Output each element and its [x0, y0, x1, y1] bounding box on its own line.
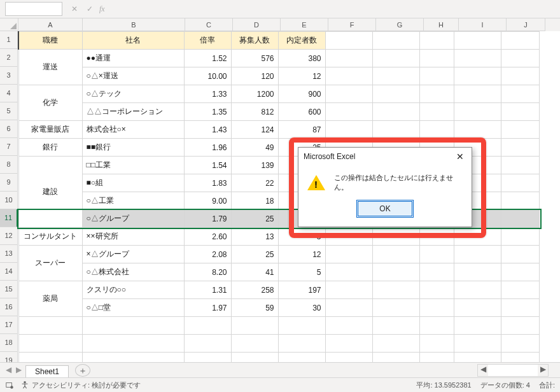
- cell[interactable]: 1.54: [184, 157, 231, 174]
- cell[interactable]: ●●通運: [82, 50, 184, 67]
- cell[interactable]: [501, 32, 539, 50]
- cell[interactable]: 1.96: [184, 139, 231, 157]
- cell[interactable]: [454, 335, 501, 353]
- cell[interactable]: 41: [231, 263, 278, 281]
- cell[interactable]: [501, 50, 539, 67]
- cell[interactable]: ■■銀行: [82, 139, 184, 157]
- cell[interactable]: 87: [278, 121, 325, 139]
- cell[interactable]: 576: [231, 50, 278, 67]
- row-header[interactable]: 15: [0, 281, 18, 298]
- column-header[interactable]: J: [507, 18, 545, 31]
- cell[interactable]: [18, 335, 82, 353]
- accessibility-status[interactable]: アクセシビリティ: 検討が必要です: [32, 381, 141, 390]
- cell[interactable]: [501, 103, 539, 121]
- cell[interactable]: [372, 299, 419, 317]
- cell[interactable]: [372, 317, 419, 335]
- cell[interactable]: [501, 192, 539, 210]
- cell[interactable]: 1.52: [184, 50, 231, 67]
- category-cell[interactable]: 薬局: [18, 281, 82, 317]
- cell[interactable]: ○△×運送: [82, 67, 184, 85]
- cell[interactable]: 380: [278, 50, 325, 67]
- cell[interactable]: [419, 85, 454, 103]
- cell[interactable]: ○△□堂: [82, 299, 184, 317]
- cell[interactable]: 10.00: [184, 67, 231, 85]
- cell[interactable]: 1.97: [184, 299, 231, 317]
- record-macro-icon[interactable]: [5, 381, 14, 389]
- cell[interactable]: [82, 335, 184, 353]
- cell[interactable]: △△コーポレーション: [82, 103, 184, 121]
- cell[interactable]: クスリの○○: [82, 281, 184, 299]
- cell[interactable]: [501, 317, 539, 335]
- category-cell[interactable]: コンサルタント: [18, 228, 82, 246]
- cell[interactable]: [501, 139, 539, 157]
- cell[interactable]: [501, 174, 539, 192]
- cell[interactable]: [419, 299, 454, 317]
- row-header[interactable]: 16: [0, 298, 18, 316]
- cell[interactable]: [501, 335, 539, 353]
- cell[interactable]: [325, 281, 372, 299]
- category-cell[interactable]: 建設: [18, 157, 82, 228]
- cell[interactable]: [419, 50, 454, 67]
- cell[interactable]: [501, 263, 539, 281]
- category-cell[interactable]: 家電量販店: [18, 121, 82, 139]
- cell[interactable]: 1.83: [184, 174, 231, 192]
- cell[interactable]: ○△工業: [82, 192, 184, 210]
- category-cell[interactable]: スーパー: [18, 246, 82, 281]
- column-header[interactable]: B: [83, 18, 185, 31]
- column-header[interactable]: C: [185, 18, 233, 31]
- accessibility-icon[interactable]: [20, 381, 29, 389]
- cell[interactable]: [501, 157, 539, 174]
- cell[interactable]: [454, 317, 501, 335]
- cell[interactable]: 12: [278, 246, 325, 263]
- cell[interactable]: 124: [231, 121, 278, 139]
- tab-nav-prev-icon[interactable]: ◀: [4, 365, 13, 374]
- column-header[interactable]: H: [424, 18, 459, 31]
- cell[interactable]: ■○組: [82, 174, 184, 192]
- cell[interactable]: [501, 281, 539, 299]
- select-all-corner[interactable]: [0, 18, 18, 31]
- close-icon[interactable]: ✕: [454, 151, 466, 162]
- cell[interactable]: [325, 317, 372, 335]
- cell[interactable]: 5: [278, 263, 325, 281]
- cell[interactable]: [231, 317, 278, 335]
- cell[interactable]: [501, 228, 539, 246]
- sheet-tab[interactable]: Sheet1: [25, 365, 69, 377]
- column-header[interactable]: E: [281, 18, 328, 31]
- row-header[interactable]: 14: [0, 263, 18, 281]
- cell[interactable]: 8.20: [184, 263, 231, 281]
- row-header[interactable]: 11: [0, 209, 18, 227]
- column-header[interactable]: G: [376, 18, 424, 31]
- cell[interactable]: [419, 121, 454, 139]
- cell[interactable]: [454, 50, 501, 67]
- cell[interactable]: 258: [231, 281, 278, 299]
- cell[interactable]: ××研究所: [82, 228, 184, 246]
- cell[interactable]: 600: [278, 103, 325, 121]
- cell[interactable]: ○△テック: [82, 85, 184, 103]
- cell[interactable]: [454, 281, 501, 299]
- cell[interactable]: 1.31: [184, 281, 231, 299]
- cell[interactable]: ○△グループ: [82, 210, 184, 228]
- cell[interactable]: 株式会社○×: [82, 121, 184, 139]
- cell[interactable]: 1.35: [184, 103, 231, 121]
- horizontal-scrollbar[interactable]: ◀ ▶: [477, 364, 549, 377]
- cell[interactable]: 1.33: [184, 85, 231, 103]
- cell[interactable]: 22: [231, 174, 278, 192]
- cell[interactable]: [372, 246, 419, 263]
- row-header[interactable]: 17: [0, 316, 18, 334]
- cell[interactable]: [501, 210, 539, 228]
- cell[interactable]: [372, 121, 419, 139]
- name-box[interactable]: [5, 2, 62, 16]
- cell[interactable]: [419, 246, 454, 263]
- cell[interactable]: [231, 335, 278, 353]
- cell[interactable]: 812: [231, 103, 278, 121]
- cell[interactable]: [372, 85, 419, 103]
- row-header[interactable]: 5: [0, 102, 18, 120]
- cell[interactable]: [454, 85, 501, 103]
- table-header-cell[interactable]: 社名: [82, 32, 184, 50]
- cell[interactable]: [184, 335, 231, 353]
- table-header-cell[interactable]: 職種: [18, 32, 82, 50]
- category-cell[interactable]: 化学: [18, 85, 82, 121]
- cell[interactable]: 900: [278, 85, 325, 103]
- row-header[interactable]: 13: [0, 245, 18, 263]
- category-cell[interactable]: 銀行: [18, 139, 82, 157]
